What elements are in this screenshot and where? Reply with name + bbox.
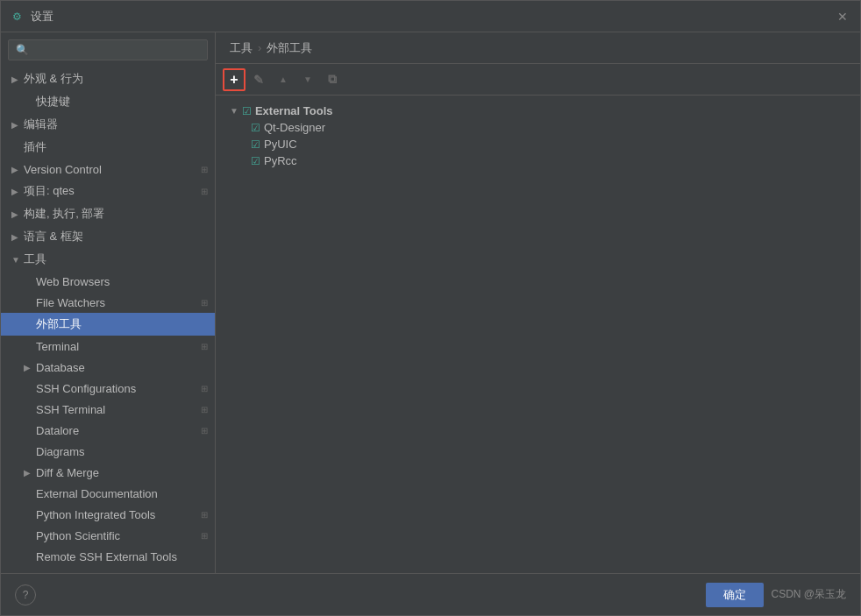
plugin-icon: ⊞ <box>201 510 208 520</box>
sidebar-item-label: SSH Configurations <box>36 382 201 395</box>
tree-child-qt-designer[interactable]: ☑ Qt-Designer <box>247 119 853 136</box>
confirm-button[interactable]: 确定 <box>706 583 764 607</box>
arrow-icon: ▶ <box>24 363 32 372</box>
sidebar-item-plugins[interactable]: 插件 <box>1 136 215 159</box>
plugin-icon: ⊞ <box>201 342 208 351</box>
arrow-icon: ▶ <box>24 468 32 478</box>
edit-button[interactable]: ✎ <box>247 68 270 91</box>
arrow-icon: ▶ <box>11 187 20 196</box>
help-button[interactable]: ? <box>15 584 36 605</box>
arrow-icon: ▼ <box>11 255 20 265</box>
tree-child-label: PyUIC <box>264 138 297 151</box>
sidebar-item-label: Web Browsers <box>36 275 208 288</box>
sidebar-item-python-integrated[interactable]: Python Integrated Tools ⊞ <box>1 504 215 525</box>
sidebar-item-label: 插件 <box>24 139 208 155</box>
settings-dialog: ⚙ 设置 ✕ ▶ 外观 & 行为 快捷键 ▶ 编 <box>0 0 861 616</box>
main-content: ▶ 外观 & 行为 快捷键 ▶ 编辑器 插件 <box>1 32 860 573</box>
sidebar-item-label: 工具 <box>24 251 208 267</box>
sidebar-item-label: 构建, 执行, 部署 <box>24 206 208 222</box>
sidebar-list: ▶ 外观 & 行为 快捷键 ▶ 编辑器 插件 <box>1 67 215 573</box>
sidebar-item-ssh-terminal[interactable]: SSH Terminal ⊞ <box>1 399 215 420</box>
tree-child-label: PyRcc <box>264 154 297 167</box>
tree-children: ☑ Qt-Designer ☑ PyUIC ☑ PyRcc <box>247 119 853 169</box>
tree-check-icon[interactable]: ☑ <box>251 138 260 151</box>
plugin-icon: ⊞ <box>201 187 208 196</box>
sidebar-item-editor[interactable]: ▶ 编辑器 <box>1 113 215 136</box>
arrow-icon: ▶ <box>11 232 20 242</box>
tools-content: ▼ ☑ External Tools ☑ Qt-Designer ☑ PyUIC <box>216 96 860 573</box>
sidebar-item-terminal[interactable]: Terminal ⊞ <box>1 336 215 357</box>
sidebar-item-label: Diff & Merge <box>36 466 208 479</box>
sidebar-item-label: 快捷键 <box>36 94 208 110</box>
breadcrumb-separator: › <box>258 41 261 54</box>
sidebar-item-diagrams[interactable]: Diagrams <box>1 441 215 462</box>
sidebar-item-label: External Documentation <box>36 487 208 500</box>
bottom-bar: ? 确定 CSDN @呆玉龙 <box>1 573 860 615</box>
sidebar-item-label: Remote SSH External Tools <box>36 550 208 563</box>
sidebar-item-remote-ssh[interactable]: Remote SSH External Tools <box>1 546 215 567</box>
sidebar-item-label: 语言 & 框架 <box>24 229 208 244</box>
tree-group: ▼ ☑ External Tools ☑ Qt-Designer ☑ PyUIC <box>226 103 853 169</box>
down-button[interactable]: ▼ <box>296 68 319 91</box>
breadcrumb: 工具 › 外部工具 <box>216 32 860 64</box>
sidebar-item-build[interactable]: ▶ 构建, 执行, 部署 <box>1 202 215 225</box>
sidebar-item-ssh-configurations[interactable]: SSH Configurations ⊞ <box>1 378 215 399</box>
tree-check-icon[interactable]: ☑ <box>251 122 260 134</box>
sidebar-item-label: File Watchers <box>36 296 201 309</box>
sidebar-item-label: SSH Terminal <box>36 403 201 416</box>
tree-child-pyrcc[interactable]: ☑ PyRcc <box>247 152 853 169</box>
add-button[interactable]: + <box>223 68 245 91</box>
up-button[interactable]: ▲ <box>272 68 295 91</box>
sidebar-item-tools[interactable]: ▼ 工具 <box>1 248 215 271</box>
sidebar-item-label: Python Integrated Tools <box>36 508 201 521</box>
tree-check-icon[interactable]: ☑ <box>242 105 252 117</box>
sidebar-item-file-watchers[interactable]: File Watchers ⊞ <box>1 292 215 313</box>
title-bar: ⚙ 设置 ✕ <box>1 1 860 32</box>
sidebar-item-project[interactable]: ▶ 项目: qtes ⊞ <box>1 180 215 202</box>
sidebar-item-version-control[interactable]: ▶ Version Control ⊞ <box>1 159 215 180</box>
tree-arrow-icon: ▼ <box>230 106 238 116</box>
watermark: CSDN @呆玉龙 <box>771 587 846 602</box>
toolbar: + ✎ ▲ ▼ ⧉ <box>216 64 860 96</box>
tree-child-pyuic[interactable]: ☑ PyUIC <box>247 136 853 152</box>
breadcrumb-parent: 工具 <box>230 40 253 56</box>
sidebar-item-label: Python Scientific <box>36 529 201 542</box>
sidebar-item-keymap[interactable]: 快捷键 <box>1 90 215 113</box>
plugin-icon: ⊞ <box>201 531 208 541</box>
close-button[interactable]: ✕ <box>834 8 851 25</box>
sidebar-item-external-doc[interactable]: External Documentation <box>1 483 215 504</box>
sidebar-item-database[interactable]: ▶ Database <box>1 357 215 378</box>
search-input[interactable] <box>8 39 208 60</box>
sidebar-item-languages[interactable]: ▶ 语言 & 框架 <box>1 225 215 248</box>
sidebar-item-label: Datalore <box>36 424 201 437</box>
sidebar-item-python-scientific[interactable]: Python Scientific ⊞ <box>1 525 215 546</box>
arrow-icon: ▶ <box>11 209 20 219</box>
tree-root-item[interactable]: ▼ ☑ External Tools <box>226 103 853 119</box>
copy-button[interactable]: ⧉ <box>321 68 344 91</box>
tree-check-icon[interactable]: ☑ <box>251 155 260 167</box>
bottom-actions: 确定 CSDN @呆玉龙 <box>706 583 846 607</box>
sidebar-item-label: Version Control <box>24 163 201 176</box>
arrow-icon: ▶ <box>11 74 20 84</box>
sidebar-item-appearance[interactable]: ▶ 外观 & 行为 <box>1 67 215 90</box>
sidebar-item-label: Database <box>36 361 208 374</box>
window-title: 设置 <box>31 9 834 25</box>
plugin-icon: ⊞ <box>201 405 208 414</box>
sidebar-item-web-browsers[interactable]: Web Browsers <box>1 271 215 292</box>
tree-root-label: External Tools <box>255 104 333 117</box>
sidebar-item-external-tools[interactable]: 外部工具 <box>1 313 215 336</box>
arrow-icon: ▶ <box>11 165 20 174</box>
plugin-icon: ⊞ <box>201 298 208 308</box>
plugin-icon: ⊞ <box>201 426 208 435</box>
sidebar-item-label: Diagrams <box>36 445 208 458</box>
sidebar-item-datalore[interactable]: Datalore ⊞ <box>1 420 215 441</box>
sidebar-item-label: 外观 & 行为 <box>24 71 208 87</box>
sidebar-item-label: Terminal <box>36 340 201 353</box>
plugin-icon: ⊞ <box>201 384 208 393</box>
sidebar: ▶ 外观 & 行为 快捷键 ▶ 编辑器 插件 <box>1 32 216 573</box>
plugin-icon: ⊞ <box>201 165 208 174</box>
breadcrumb-current: 外部工具 <box>267 40 312 56</box>
sidebar-item-label: 编辑器 <box>24 117 208 132</box>
tree-child-label: Qt-Designer <box>264 121 325 134</box>
sidebar-item-diff-merge[interactable]: ▶ Diff & Merge <box>1 462 215 483</box>
